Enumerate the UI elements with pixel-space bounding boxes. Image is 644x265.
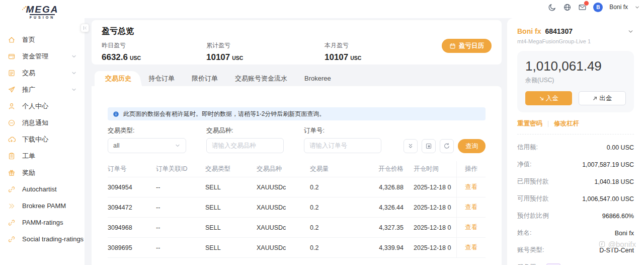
filter-symbol: 交易品种: bbox=[206, 126, 284, 153]
view-order-link[interactable]: 查看 bbox=[465, 183, 477, 191]
topbar: B Boni fx bbox=[85, 0, 644, 18]
sidebar-item-tickets[interactable]: 工单 bbox=[0, 148, 85, 164]
logo-spark-icon bbox=[22, 3, 27, 8]
trade-icon bbox=[8, 69, 16, 77]
detail-margin-level: 预付款比例96866.60% bbox=[517, 212, 634, 220]
sidebar-item-autochartist[interactable]: Autochartist bbox=[0, 181, 85, 197]
withdraw-button[interactable]: 出金 bbox=[579, 91, 626, 105]
notification-badge bbox=[584, 1, 589, 6]
search-button[interactable]: 查询 bbox=[458, 139, 486, 153]
balance-actions: 入金 出金 bbox=[525, 91, 626, 105]
symbol-input[interactable] bbox=[206, 138, 284, 153]
expand-filters-button[interactable] bbox=[404, 139, 418, 153]
watermark: @bonifx bbox=[598, 240, 636, 248]
dark-mode-icon[interactable] bbox=[548, 3, 556, 12]
chevron-down-icon[interactable] bbox=[634, 5, 640, 10]
detail-equity: 净值:1,007,587.19 USC bbox=[517, 160, 634, 169]
sidebar-item-label: 消息通知 bbox=[22, 118, 48, 127]
arrow-up-right-icon bbox=[592, 96, 598, 101]
detail-used-margin: 已用预付款1,040.18 USC bbox=[517, 177, 634, 186]
sidebar-item-label: 下载中心 bbox=[22, 135, 48, 144]
chevron-down-icon bbox=[71, 70, 77, 76]
tab-open-orders[interactable]: 持仓订单 bbox=[140, 71, 183, 86]
refresh-icon bbox=[443, 143, 450, 150]
link-icon bbox=[8, 235, 16, 243]
delay-notice-banner: 此页面的数据会有稍许延时。即时的数据，请稍等1-2分钟后刷新页面查询。 bbox=[108, 107, 486, 120]
logo-text: MEGA bbox=[26, 4, 59, 15]
sidebar-item-pamm-ratings[interactable]: PAMM-ratings bbox=[0, 214, 85, 231]
sidebar-item-label: 资金管理 bbox=[22, 52, 48, 61]
tab-limit-orders[interactable]: 限价订单 bbox=[183, 71, 226, 86]
account-number: 6841307 bbox=[545, 27, 573, 35]
account-name: Boni fx bbox=[517, 27, 541, 35]
sidebar: MEGA FUSION 首页 资金管理 交易 推广 bbox=[0, 0, 85, 265]
sidebar-nav: 首页 资金管理 交易 推广 个人中心 bbox=[0, 24, 85, 247]
logo-line1: MEGA bbox=[26, 4, 59, 15]
table-header-row: 订单号 订单关联ID 交易类型 交易品种 交易量 开仓价格 开仓时间 操作 bbox=[108, 161, 486, 177]
language-globe-icon[interactable] bbox=[563, 3, 572, 12]
sidebar-item-label: 奖励 bbox=[22, 168, 35, 177]
message-icon bbox=[8, 119, 16, 127]
account-links: 重置密码 修改杠杆 bbox=[517, 119, 634, 135]
double-chevron-down-icon bbox=[407, 143, 414, 150]
balance-card: 1,010,061.49 余额(USC) 入金 出金 bbox=[517, 51, 634, 112]
link-icon bbox=[8, 185, 16, 193]
main-content: 盈亏总览 昨日盈亏 6632.6USC 累计盈亏 10107USC 本月盈亏 1… bbox=[92, 20, 502, 265]
promotion-icon bbox=[8, 86, 16, 94]
mail-icon[interactable] bbox=[578, 3, 587, 12]
sidebar-item-brokree-pamm[interactable]: Brokree PAMM bbox=[0, 197, 85, 214]
sidebar-item-label: Social trading-ratings bbox=[22, 235, 84, 243]
calendar-icon bbox=[449, 43, 456, 49]
sidebar-item-funds[interactable]: 资金管理 bbox=[0, 48, 85, 64]
export-button[interactable] bbox=[422, 139, 436, 153]
filter-actions: 查询 bbox=[404, 139, 486, 153]
sidebar-item-trade[interactable]: 交易 bbox=[0, 64, 85, 81]
view-order-link[interactable]: 查看 bbox=[465, 203, 477, 212]
view-order-link[interactable]: 查看 bbox=[465, 243, 477, 252]
refresh-button[interactable] bbox=[440, 139, 454, 153]
filter-order-number: 订单号: bbox=[304, 126, 381, 153]
sidebar-item-notifications[interactable]: 消息通知 bbox=[0, 114, 85, 131]
download-icon bbox=[8, 136, 16, 144]
view-order-link[interactable]: 查看 bbox=[465, 223, 477, 232]
sidebar-item-social-ratings[interactable]: Social trading-ratings bbox=[0, 231, 85, 247]
sidebar-item-profile[interactable]: 个人中心 bbox=[0, 98, 85, 114]
pnl-stats: 昨日盈亏 6632.6USC 累计盈亏 10107USC 本月盈亏 10107U… bbox=[102, 41, 492, 62]
link-icon bbox=[8, 219, 16, 227]
change-leverage-link[interactable]: 修改杠杆 bbox=[554, 119, 579, 128]
mt4-badge: MT4 bbox=[546, 263, 560, 265]
tab-brokeree[interactable]: Brokeree bbox=[296, 71, 340, 86]
topbar-actions: B Boni fx bbox=[548, 0, 640, 14]
chevron-down-icon bbox=[71, 53, 77, 59]
page-title: 盈亏总览 bbox=[102, 26, 492, 37]
trade-type-select[interactable]: all bbox=[108, 138, 186, 153]
topbar-username[interactable]: Boni fx bbox=[609, 4, 628, 11]
table-row: 3094954 -- SELL XAUUSDc 0.2 4,326.88 202… bbox=[108, 177, 486, 197]
detail-server: 服务器: MT4MegaFusionGroup-Live 1 bbox=[517, 263, 634, 265]
sidebar-item-label: PAMM-ratings bbox=[22, 219, 63, 226]
sidebar-item-promotion[interactable]: 推广 bbox=[0, 81, 85, 98]
delay-notice-text: 此页面的数据会有稍许延时。即时的数据，请稍等1-2分钟后刷新页面查询。 bbox=[123, 110, 325, 118]
tab-account-flow[interactable]: 交易账号资金流水 bbox=[226, 71, 296, 86]
trade-type-value: all bbox=[113, 142, 120, 149]
tab-trade-history[interactable]: 交易历史 bbox=[97, 71, 140, 86]
orders-card-body: 此页面的数据会有稍许延时。即时的数据，请稍等1-2分钟后刷新页面查询。 交易类型… bbox=[92, 86, 502, 265]
pnl-calendar-button[interactable]: 盈亏日历 bbox=[442, 39, 492, 53]
sidebar-item-downloads[interactable]: 下载中心 bbox=[0, 131, 85, 148]
reset-password-link[interactable]: 重置密码 bbox=[517, 119, 542, 128]
account-server-line: mt4-MegaFusionGroup-Live 1 bbox=[517, 38, 634, 44]
stat-total-pnl: 累计盈亏 10107USC bbox=[206, 41, 325, 62]
sidebar-item-rewards[interactable]: 奖励 bbox=[0, 164, 85, 181]
sidebar-item-label: 个人中心 bbox=[22, 102, 48, 111]
order-number-input[interactable] bbox=[304, 138, 381, 153]
orders-table: 订单号 订单关联ID 交易类型 交易品种 交易量 开仓价格 开仓时间 操作 30… bbox=[108, 161, 486, 258]
page: MEGA FUSION 首页 资金管理 交易 推广 bbox=[0, 0, 644, 265]
avatar[interactable]: B bbox=[593, 3, 603, 12]
chevron-down-icon[interactable] bbox=[627, 28, 634, 35]
sidebar-item-home[interactable]: 首页 bbox=[0, 31, 85, 48]
deposit-button[interactable]: 入金 bbox=[525, 91, 572, 105]
export-icon bbox=[425, 143, 432, 150]
sidebar-item-label: 交易 bbox=[22, 69, 35, 78]
stat-yesterday-pnl: 昨日盈亏 6632.6USC bbox=[102, 41, 206, 62]
sidebar-collapse-button[interactable] bbox=[80, 24, 89, 32]
